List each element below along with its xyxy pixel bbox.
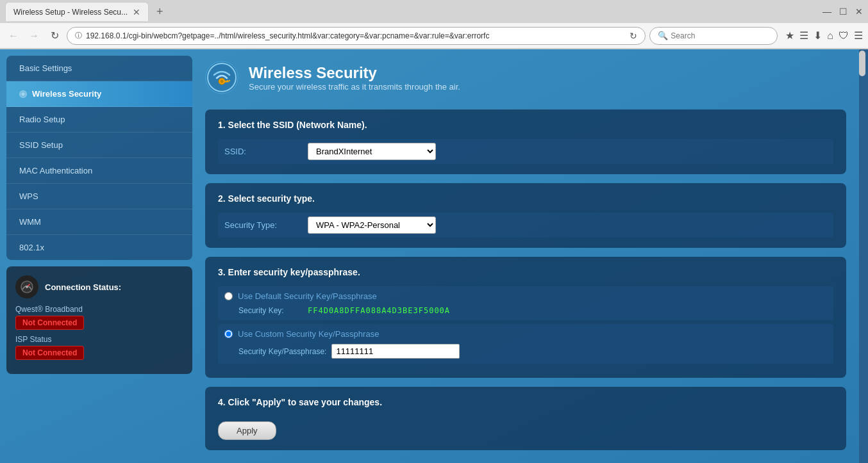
sidebar-label-wps: WPS — [19, 191, 38, 201]
sidebar-label-wireless-security: Wireless Security — [32, 89, 101, 99]
title-bar: Wireless Setup - Wireless Secu... ✕ + — … — [0, 0, 868, 23]
search-box[interactable]: 🔍 — [649, 27, 778, 45]
custom-key-radio[interactable] — [224, 330, 233, 338]
sidebar-item-radio-setup[interactable]: Radio Setup — [6, 107, 192, 133]
page-title: Wireless Security — [249, 64, 460, 82]
custom-key-label: Use Custom Security Key/Passphrase — [238, 329, 379, 339]
security-form-row: Security Type: WPA - WPA2-Personal WPA2-… — [218, 213, 833, 238]
default-key-option: Use Default Security Key/Passphrase Secu… — [218, 286, 833, 320]
svg-rect-8 — [227, 80, 228, 81]
wireless-security-icon — [205, 61, 238, 94]
ssid-select[interactable]: BrandXInternet GuestNetwork — [308, 143, 436, 160]
refresh-button[interactable]: ↻ — [46, 28, 63, 44]
sidebar-item-mac-authentication[interactable]: MAC Authentication — [6, 158, 192, 184]
custom-key-field-label: Security Key/Passphrase: — [238, 347, 326, 356]
connection-widget: Connection Status: Qwest® Broadband Not … — [6, 266, 192, 374]
custom-radio-row: Use Custom Security Key/Passphrase — [224, 329, 827, 339]
connection-title: Connection Status: — [45, 282, 121, 292]
active-indicator — [19, 90, 27, 98]
svg-point-3 — [206, 61, 238, 93]
default-key-value: FF4D0A8DFFA088A4D3BE3F5000A — [308, 306, 450, 315]
broadband-label: Qwest® Broadband — [15, 305, 183, 314]
passphrase-input[interactable] — [331, 344, 460, 359]
isp-status-badge: Not Connected — [15, 346, 84, 360]
browser-chrome: Wireless Setup - Wireless Secu... ✕ + — … — [0, 0, 868, 49]
sidebar: Basic Settings Wireless Security Radio S… — [0, 49, 199, 463]
sidebar-item-basic-settings[interactable]: Basic Settings — [6, 56, 192, 81]
section1-card: 1. Select the SSID (Network Name). SSID:… — [205, 110, 846, 174]
section4-title: 4. Click "Apply" to save your changes. — [218, 397, 833, 407]
lock-icon: ⓘ — [75, 31, 82, 40]
browser-tab[interactable]: Wireless Setup - Wireless Secu... ✕ — [5, 2, 149, 21]
search-input[interactable] — [671, 31, 769, 40]
default-key-field-label: Security Key: — [238, 306, 303, 315]
ssid-form-row: SSID: BrandXInternet GuestNetwork — [218, 139, 833, 164]
back-button[interactable]: ← — [5, 28, 22, 44]
section2-title: 2. Select security type. — [218, 193, 833, 204]
search-icon: 🔍 — [658, 31, 668, 40]
menu-icon[interactable]: ☰ — [854, 29, 863, 42]
bookmark-star-icon[interactable]: ★ — [785, 29, 794, 42]
security-type-select[interactable]: WPA - WPA2-Personal WPA2-Personal WPA-Pe… — [308, 216, 436, 234]
sidebar-item-802-1x[interactable]: 802.1x — [6, 235, 192, 260]
tab-title: Wireless Setup - Wireless Secu... — [13, 8, 128, 17]
minimize-button[interactable]: — — [822, 6, 831, 17]
section4-card: 4. Click "Apply" to save your changes. A… — [205, 387, 846, 450]
broadband-row: Qwest® Broadband Not Connected — [15, 305, 183, 330]
svg-rect-9 — [229, 80, 230, 81]
section1-title: 1. Select the SSID (Network Name). — [218, 120, 833, 130]
sidebar-nav: Basic Settings Wireless Security Radio S… — [6, 56, 192, 260]
maximize-button[interactable]: ☐ — [839, 6, 847, 17]
broadband-status-badge: Not Connected — [15, 316, 84, 330]
apply-button[interactable]: Apply — [218, 421, 276, 440]
default-radio-row: Use Default Security Key/Passphrase — [224, 291, 827, 301]
tab-close-button[interactable]: ✕ — [133, 7, 140, 17]
window-controls: — ☐ ✕ — [822, 6, 863, 17]
default-key-radio[interactable] — [224, 292, 233, 300]
sidebar-item-ssid-setup[interactable]: SSID Setup — [6, 133, 192, 158]
page-subtitle: Secure your wireless traffic as it trans… — [249, 82, 460, 92]
sidebar-label-mac-authentication: MAC Authentication — [19, 166, 92, 175]
reload-icon[interactable]: ↻ — [630, 31, 637, 41]
shield-icon[interactable]: 🛡 — [839, 30, 849, 42]
sidebar-label-radio-setup: Radio Setup — [19, 115, 65, 124]
sidebar-label-802-1x: 802.1x — [19, 243, 44, 252]
page-header: Wireless Security Secure your wireless t… — [205, 56, 846, 99]
isp-row: ISP Status Not Connected — [15, 335, 183, 360]
scrollbar[interactable] — [859, 49, 868, 463]
custom-key-option: Use Custom Security Key/Passphrase Secur… — [218, 324, 833, 364]
speedometer-icon — [15, 275, 38, 298]
section2-card: 2. Select security type. Security Type: … — [205, 183, 846, 248]
security-label: Security Type: — [224, 220, 301, 230]
isp-label: ISP Status — [15, 335, 183, 344]
sidebar-item-wmm[interactable]: WMM — [6, 209, 192, 235]
address-bar[interactable]: ⓘ 192.168.0.1/cgi-bin/webcm?getpage=../h… — [67, 27, 646, 45]
nav-bar: ← → ↻ ⓘ 192.168.0.1/cgi-bin/webcm?getpag… — [0, 23, 868, 49]
ssid-label: SSID: — [224, 147, 301, 156]
sidebar-label-ssid-setup: SSID Setup — [19, 140, 63, 150]
connection-header: Connection Status: — [15, 275, 183, 298]
sidebar-item-wps[interactable]: WPS — [6, 184, 192, 209]
sidebar-label-wmm: WMM — [19, 217, 41, 227]
page-content: Basic Settings Wireless Security Radio S… — [0, 49, 868, 463]
svg-point-6 — [221, 80, 224, 83]
bookmark-manager-icon[interactable]: ☰ — [799, 29, 808, 42]
scrollbar-thumb[interactable] — [859, 51, 865, 76]
sidebar-label-basic-settings: Basic Settings — [19, 63, 72, 73]
custom-key-display-row: Security Key/Passphrase: — [224, 341, 827, 359]
toolbar-icons: ★ ☰ ⬇ ⌂ 🛡 ☰ — [785, 29, 863, 42]
main-content: Wireless Security Secure your wireless t… — [199, 49, 859, 463]
close-button[interactable]: ✕ — [855, 6, 863, 17]
forward-button[interactable]: → — [26, 28, 42, 44]
address-text: 192.168.0.1/cgi-bin/webcm?getpage=../htm… — [86, 31, 626, 40]
sidebar-item-wireless-security[interactable]: Wireless Security — [6, 81, 192, 107]
home-icon[interactable]: ⌂ — [827, 30, 833, 42]
new-tab-button[interactable]: + — [156, 5, 163, 19]
default-key-label: Use Default Security Key/Passphrase — [238, 291, 377, 301]
svg-point-2 — [26, 286, 28, 288]
download-icon[interactable]: ⬇ — [814, 29, 822, 42]
section3-title: 3. Enter security key/passphrase. — [218, 267, 833, 277]
default-key-display-row: Security Key: FF4D0A8DFFA088A4D3BE3F5000… — [224, 304, 827, 315]
page-title-block: Wireless Security Secure your wireless t… — [249, 64, 460, 92]
section3-card: 3. Enter security key/passphrase. Use De… — [205, 257, 846, 378]
